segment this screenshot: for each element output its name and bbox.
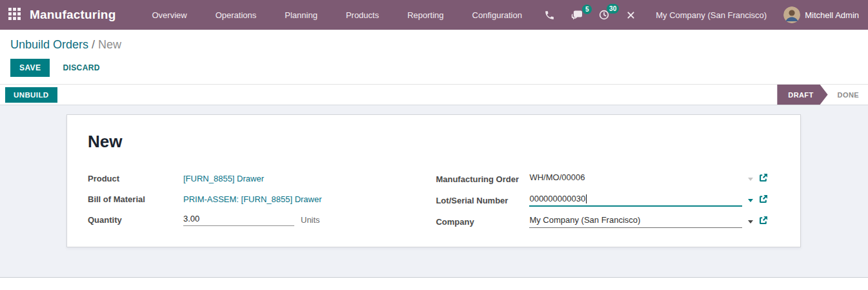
external-link-icon xyxy=(759,194,768,206)
mo-caret-down-icon[interactable] xyxy=(748,178,753,181)
product-value-link[interactable]: [FURN_8855] Drawer xyxy=(183,174,264,183)
mo-value-cell: WH/MO/00006 xyxy=(529,172,768,185)
quantity-uom: Units xyxy=(301,215,320,225)
lot-external-link-button[interactable] xyxy=(759,194,768,206)
menu-operations[interactable]: Operations xyxy=(201,0,271,30)
mo-input[interactable]: WH/MO/00006 xyxy=(529,172,742,185)
top-navbar: Manufacturing Overview Operations Planni… xyxy=(0,0,868,30)
bom-label: Bill of Material xyxy=(88,194,183,204)
field-quantity: Quantity 3.00 Units xyxy=(88,214,401,226)
tools-button[interactable] xyxy=(618,10,644,21)
company-caret-down-icon[interactable] xyxy=(748,220,753,223)
app-title[interactable]: Manufacturing xyxy=(30,8,116,22)
state-widget: DRAFT DONE xyxy=(777,85,868,105)
field-bill-of-material: Bill of Material PRIM-ASSEM: [FURN_8855]… xyxy=(88,193,401,205)
chat-bubble-icon xyxy=(570,10,583,21)
form-sheet: New Product [FURN_8855] Drawer Bill of M… xyxy=(66,114,801,247)
apps-menu-button[interactable] xyxy=(0,0,28,30)
crossed-tools-icon xyxy=(625,10,636,21)
record-title: New xyxy=(88,132,768,152)
company-label: Company xyxy=(436,217,529,227)
product-label: Product xyxy=(88,174,183,183)
menu-products[interactable]: Products xyxy=(332,0,393,30)
company-switcher[interactable]: My Company (San Francisco) xyxy=(656,10,767,20)
form-column-right: Manufacturing Order WH/MO/00006 xyxy=(436,172,768,236)
apps-grid-icon xyxy=(8,8,21,23)
bom-value-link[interactable]: PRIM-ASSEM: [FURN_8855] Drawer xyxy=(183,194,322,204)
external-link-icon xyxy=(759,173,768,185)
company-value-cell: My Company (San Francisco) xyxy=(529,215,768,228)
lot-label: Lot/Serial Number xyxy=(436,196,529,205)
form-action-buttons: SAVE DISCARD xyxy=(0,55,868,84)
lot-value-cell: 000000000030 xyxy=(529,194,768,207)
menu-reporting[interactable]: Reporting xyxy=(393,0,458,30)
form-fields: Product [FURN_8855] Drawer Bill of Mater… xyxy=(88,172,768,236)
company-input[interactable]: My Company (San Francisco) xyxy=(529,215,742,228)
mo-label: Manufacturing Order xyxy=(436,174,529,184)
state-draft[interactable]: DRAFT xyxy=(777,85,827,105)
breadcrumb-separator: / xyxy=(88,38,98,51)
breadcrumb-current: New xyxy=(98,38,121,51)
field-company: Company My Company (San Francisco) xyxy=(436,215,768,228)
quantity-input[interactable]: 3.00 xyxy=(183,214,294,226)
quantity-label: Quantity xyxy=(88,215,183,225)
breadcrumb: Unbuild Orders / New xyxy=(10,38,858,52)
lot-input[interactable]: 000000000030 xyxy=(529,194,742,207)
save-button[interactable]: SAVE xyxy=(10,59,50,77)
unbuild-button[interactable]: UNBUILD xyxy=(5,87,57,103)
activities-button[interactable]: 30 xyxy=(590,9,618,21)
form-view-background: New Product [FURN_8855] Drawer Bill of M… xyxy=(0,105,868,278)
user-name: Mitchell Admin xyxy=(805,10,859,20)
text-cursor xyxy=(586,194,587,203)
external-link-icon xyxy=(759,216,768,227)
state-done[interactable]: DONE xyxy=(828,85,868,105)
menu-configuration[interactable]: Configuration xyxy=(458,0,536,30)
control-panel: Unbuild Orders / New xyxy=(0,30,868,55)
form-column-left: Product [FURN_8855] Drawer Bill of Mater… xyxy=(88,172,401,236)
avatar xyxy=(783,6,800,23)
statusbar: UNBUILD DRAFT DONE xyxy=(0,84,868,105)
voip-phone-button[interactable] xyxy=(536,10,563,21)
company-external-link-button[interactable] xyxy=(759,216,768,227)
field-manufacturing-order: Manufacturing Order WH/MO/00006 xyxy=(436,172,768,185)
user-menu[interactable]: Mitchell Admin xyxy=(783,6,859,23)
field-product: Product [FURN_8855] Drawer xyxy=(88,172,401,185)
breadcrumb-parent-link[interactable]: Unbuild Orders xyxy=(10,38,88,51)
lot-input-text: 000000000030 xyxy=(529,194,585,203)
phone-icon xyxy=(544,10,555,21)
discard-button[interactable]: DISCARD xyxy=(59,59,103,76)
main-menu: Overview Operations Planning Products Re… xyxy=(138,0,536,30)
messages-button[interactable]: 5 xyxy=(563,10,590,21)
mo-external-link-button[interactable] xyxy=(759,173,768,185)
menu-planning[interactable]: Planning xyxy=(270,0,332,30)
field-lot-serial: Lot/Serial Number 000000000030 xyxy=(436,194,768,207)
menu-overview[interactable]: Overview xyxy=(138,0,201,30)
lot-caret-down-icon[interactable] xyxy=(748,199,753,202)
navbar-systray: 5 30 My Company (San Francisco) xyxy=(536,6,859,23)
